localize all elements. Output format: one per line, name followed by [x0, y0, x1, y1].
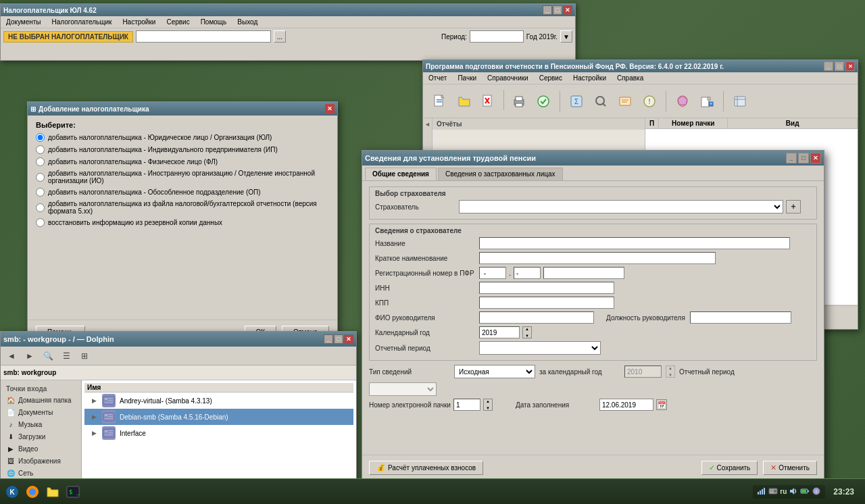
radio-option-0[interactable]: добавить налогоплательщика - Юридическое… — [36, 133, 329, 142]
radio-input-4[interactable] — [36, 188, 45, 197]
dolphin-back-btn[interactable]: ◄ — [3, 349, 20, 363]
radio-input-3[interactable] — [36, 173, 45, 182]
pfr-menu-spravochniki[interactable]: Справочники — [485, 74, 531, 82]
menu-service[interactable]: Сервис — [164, 18, 192, 26]
sved-raschet-btn[interactable]: 💰 Расчёт уплаченных взносов — [369, 461, 483, 475]
sidebar-item-network[interactable]: 🌐 Сеть — [1, 467, 81, 479]
pfr-btn-new[interactable] — [428, 90, 451, 113]
sved-nomerpachki-spin[interactable]: ▲ ▼ — [483, 399, 493, 411]
sidebar-item-images[interactable]: 🖼 Изображения — [1, 455, 81, 467]
sved-otmenit-btn[interactable]: ✕ Отменить — [763, 461, 817, 475]
taskbar-volume-icon[interactable] — [789, 486, 798, 497]
dolphin-more-btn[interactable]: ⊞ — [76, 349, 93, 363]
taskbar-battery-icon[interactable] — [800, 486, 810, 497]
taskbar-browser-btn[interactable] — [23, 482, 42, 501]
menu-help[interactable]: Помощь — [198, 18, 230, 26]
pfr-maximize-btn[interactable]: □ — [835, 61, 844, 71]
pfr-btn-10[interactable]: + — [695, 90, 718, 113]
pfr-btn-7[interactable] — [614, 90, 637, 113]
taskbar-network-icon[interactable] — [757, 486, 766, 497]
sved-year-input[interactable] — [479, 326, 520, 338]
taskbar-lang-indicator[interactable]: ru — [780, 488, 787, 495]
radio-input-1[interactable] — [36, 145, 45, 154]
sved-calendar-icon[interactable]: 📅 — [656, 399, 667, 410]
sved-sohranit-btn[interactable]: ✓ Сохранить — [701, 461, 758, 475]
sved-shortname-input[interactable] — [479, 252, 716, 264]
pfr-btn-11[interactable] — [728, 90, 751, 113]
menu-documents[interactable]: Документы — [3, 18, 44, 26]
file-item-2[interactable]: ▶ Interface — [84, 425, 353, 441]
radio-input-6[interactable] — [36, 218, 45, 227]
taskbar-updates-icon[interactable]: i — [812, 486, 821, 497]
sved-fio-input[interactable] — [479, 311, 594, 324]
sved-name-input[interactable] — [479, 237, 790, 249]
radio-input-0[interactable] — [36, 133, 45, 142]
sved-tab-zastrahovanye[interactable]: Сведения о застрахованных лицах — [438, 168, 563, 180]
dolphin-minimize-btn[interactable]: _ — [324, 334, 333, 344]
sved-maximize-btn[interactable]: □ — [798, 153, 809, 163]
radio-option-3[interactable]: добавить налогоплательщика - Иностранную… — [36, 170, 329, 184]
nalog-name-input[interactable] — [136, 30, 271, 43]
radio-option-2[interactable]: добавить налогоплательщика - Физическое … — [36, 157, 329, 166]
pfr-btn-delete[interactable] — [477, 90, 500, 113]
dolphin-maximize-btn[interactable]: □ — [334, 334, 343, 344]
sved-tab-obshie[interactable]: Общие сведения — [365, 168, 437, 180]
taskbar-hdd-icon[interactable] — [768, 486, 778, 497]
pfr-menu-spravka[interactable]: Справка — [614, 74, 646, 82]
sidebar-item-docs[interactable]: 📄 Документы — [1, 406, 81, 418]
pfr-btn-5[interactable]: Σ — [565, 90, 588, 113]
nalog-close-btn[interactable]: ✕ — [563, 5, 572, 15]
sidebar-item-video[interactable]: ▶ Видео — [1, 443, 81, 455]
sved-close-btn[interactable]: ✕ — [810, 153, 821, 163]
pfr-menu-otchet[interactable]: Отчет — [426, 74, 449, 82]
taskbar-kde-btn[interactable]: K — [3, 482, 22, 501]
sidebar-item-home[interactable]: 🏠 Домашняя папка — [1, 394, 81, 406]
radio-input-5[interactable] — [36, 203, 45, 212]
addnalog-close-btn[interactable]: ✕ — [325, 104, 335, 114]
sved-strahovatel-add-btn[interactable]: + — [786, 200, 801, 213]
pfr-btn-9[interactable] — [671, 90, 694, 113]
sved-pfrnomer-input2[interactable] — [514, 267, 541, 279]
sidebar-item-downloads[interactable]: ⬇ Загрузки — [1, 430, 81, 443]
dolphin-forward-btn[interactable]: ► — [22, 349, 38, 363]
sved-nomerpachki-input[interactable] — [453, 399, 480, 411]
sved-dolzhnost-input[interactable] — [690, 311, 791, 324]
menu-exit[interactable]: Выход — [234, 18, 260, 26]
pfr-btn-8[interactable]: ! — [638, 90, 661, 113]
sved-period-dropdown[interactable] — [479, 341, 601, 355]
pfr-menu-servis[interactable]: Сервис — [537, 74, 565, 82]
dolphin-view-btn[interactable]: ☰ — [58, 349, 74, 363]
menu-taxpayer[interactable]: Налогоплательщик — [49, 18, 115, 26]
sved-pfrnomer-input3[interactable] — [543, 267, 624, 279]
file-item-0[interactable]: ▶ Andrey-virtual- (Samba 4.3.13) — [84, 393, 353, 409]
taskbar-terminal-btn[interactable]: $ _ — [64, 482, 82, 501]
file-item-1[interactable]: ▶ Debian-smb (Samba 4.5.16-Debian) — [84, 409, 353, 425]
sved-tip-dropdown[interactable]: Исходная — [454, 365, 535, 378]
menu-settings[interactable]: Настройки — [120, 18, 158, 26]
sved-datazapoln-input[interactable] — [599, 399, 653, 411]
nalog-browse-btn[interactable]: ... — [274, 30, 286, 43]
taskbar-files-btn[interactable] — [43, 482, 62, 501]
pfr-btn-verify[interactable] — [532, 90, 555, 113]
radio-option-1[interactable]: добавить налогоплательщика - Индивидуаль… — [36, 145, 329, 154]
expand-icon-1[interactable]: ▶ — [90, 413, 98, 421]
expand-icon-2[interactable]: ▶ — [90, 429, 98, 437]
radio-option-5[interactable]: добавить налогоплательщика из файла нало… — [36, 200, 329, 215]
nalog-minimize-btn[interactable]: _ — [543, 5, 552, 15]
expand-icon-0[interactable]: ▶ — [90, 397, 98, 405]
sved-strahovatel-dropdown[interactable] — [459, 200, 783, 213]
sved-year-spin-btn[interactable]: ▲ ▼ — [522, 326, 532, 338]
pfr-btn-open[interactable] — [453, 90, 476, 113]
sved-minimize-btn[interactable]: _ — [786, 153, 797, 163]
radio-input-2[interactable] — [36, 157, 45, 166]
year-btn[interactable]: ▼ — [560, 30, 572, 43]
period-input[interactable] — [470, 30, 524, 43]
pfr-menu-pachki[interactable]: Пачки — [455, 74, 479, 82]
pfr-close-btn[interactable]: ✕ — [845, 61, 855, 71]
sved-kpp-input[interactable] — [479, 297, 614, 309]
pfr-btn-6[interactable] — [589, 90, 612, 113]
pfr-menu-nastroyki[interactable]: Настройки — [570, 74, 609, 82]
sved-pfrnomer-input1[interactable] — [479, 267, 506, 279]
dolphin-close-btn[interactable]: ✕ — [344, 334, 353, 344]
radio-option-6[interactable]: восстановить информацию из резервной коп… — [36, 218, 329, 227]
